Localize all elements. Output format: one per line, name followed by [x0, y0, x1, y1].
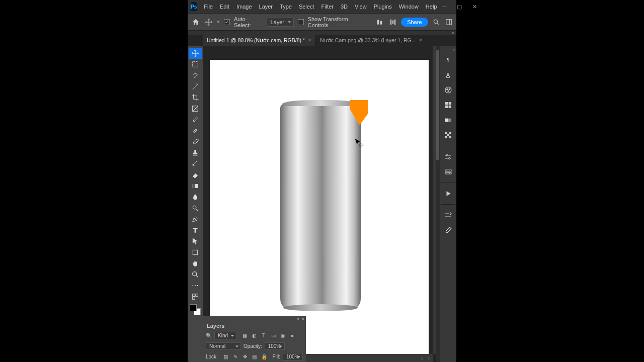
auto-select-checkbox[interactable] — [224, 19, 230, 25]
wand-tool[interactable] — [189, 81, 202, 92]
filter-pixel-icon[interactable]: ▦ — [241, 332, 248, 339]
brush-settings-panel-icon[interactable] — [442, 224, 454, 236]
svg-point-18 — [445, 87, 451, 93]
menu-type[interactable]: Type — [277, 2, 295, 11]
play-panel-icon[interactable] — [442, 188, 454, 200]
rpanel-collapse-icon[interactable]: « — [440, 48, 456, 51]
filter-toggle-icon[interactable]: ● — [289, 332, 296, 339]
menu-3d[interactable]: 3D — [338, 2, 351, 11]
svg-rect-27 — [445, 119, 448, 122]
crop-tool[interactable] — [189, 92, 202, 103]
menu-filter[interactable]: Filter — [318, 2, 336, 11]
gradient-tool[interactable] — [189, 180, 202, 192]
svg-point-33 — [446, 155, 448, 156]
svg-rect-15 — [193, 294, 195, 297]
distribute-icon[interactable] — [388, 18, 397, 27]
home-button[interactable] — [191, 17, 200, 27]
layer-filter-kind[interactable]: Kind — [214, 332, 236, 339]
lock-nest-icon[interactable]: ▤ — [251, 353, 258, 360]
fill-value[interactable]: 100% — [283, 353, 303, 360]
align-icon[interactable] — [376, 18, 384, 27]
search-icon[interactable] — [432, 18, 441, 27]
gradients-panel-icon[interactable] — [442, 114, 454, 126]
doctab-2[interactable]: Nước Cam.png @ 33.3% (Layer 1, RG... × — [316, 35, 427, 46]
right-panel-scrollbar[interactable] — [436, 46, 440, 362]
zoom-tool[interactable] — [189, 269, 202, 280]
patterns-panel-icon[interactable] — [442, 129, 454, 141]
menu-plugins[interactable]: Plugins — [371, 2, 395, 11]
color-panel-icon[interactable] — [442, 84, 454, 96]
path-tool[interactable] — [189, 236, 202, 247]
menu-layer[interactable]: Layer — [256, 2, 276, 11]
swatches-panel-icon[interactable] — [442, 99, 454, 111]
marquee-tool[interactable] — [189, 59, 202, 70]
frame-tool[interactable] — [189, 103, 202, 114]
edit-toolbar-icon[interactable] — [189, 291, 202, 302]
svg-point-19 — [446, 88, 447, 89]
blur-tool[interactable] — [189, 192, 202, 203]
share-button[interactable]: Share — [401, 18, 428, 27]
svg-rect-29 — [447, 134, 449, 136]
eyedropper-tool[interactable] — [189, 114, 202, 125]
menu-help[interactable]: Help — [423, 2, 440, 11]
blend-mode-select[interactable]: Normal — [206, 342, 241, 350]
maximize-button[interactable]: ▢ — [455, 3, 464, 10]
filter-shape-icon[interactable]: ▭ — [270, 332, 277, 339]
menu-file[interactable]: File — [201, 2, 216, 11]
doctab-1-label: Untitled-1 @ 80.8% (Nước cam, RGB/8) * — [207, 37, 305, 43]
character-panel-icon[interactable]: A — [442, 69, 454, 81]
move-tool[interactable] — [189, 48, 202, 59]
history-brush-tool[interactable] — [189, 158, 202, 169]
lock-move-icon[interactable]: ✥ — [242, 353, 249, 360]
eraser-tool[interactable] — [189, 169, 202, 180]
minimize-button[interactable]: ─ — [440, 3, 449, 10]
svg-rect-30 — [449, 136, 451, 138]
opacity-value[interactable]: 100% — [265, 342, 285, 350]
libraries-panel-icon[interactable] — [442, 209, 454, 221]
panel-close-icon[interactable]: × — [301, 316, 304, 321]
dodge-tool[interactable] — [189, 203, 202, 214]
paragraph-panel-icon[interactable]: ¶ — [442, 54, 454, 66]
stamp-tool[interactable] — [189, 147, 202, 158]
select-mode-dropdown[interactable]: Layer — [267, 18, 294, 27]
brush-tool[interactable] — [189, 136, 202, 147]
layers-panel-title[interactable]: Layers — [203, 321, 306, 330]
svg-rect-11 — [193, 184, 195, 188]
lock-brush-icon[interactable]: ✎ — [232, 353, 239, 360]
more-tools-icon[interactable]: ⋯ — [189, 280, 202, 291]
workspace-icon[interactable] — [445, 18, 453, 27]
color-swatches[interactable] — [190, 304, 201, 315]
menu-view[interactable]: View — [352, 2, 370, 11]
doctab-2-close-icon[interactable]: × — [419, 37, 422, 44]
doctab-1-close-icon[interactable]: × — [308, 37, 311, 44]
filter-adjust-icon[interactable]: ◐ — [251, 332, 258, 339]
filter-type-icon[interactable]: T — [260, 332, 267, 339]
doctab-2-label: Nước Cam.png @ 33.3% (Layer 1, RG... — [320, 37, 416, 43]
hand-tool[interactable] — [189, 258, 202, 269]
close-button[interactable]: ✕ — [470, 3, 479, 10]
adjustments-panel-icon[interactable] — [442, 151, 454, 163]
can-image — [280, 100, 361, 311]
menu-select[interactable]: Select — [296, 2, 317, 11]
shape-tool[interactable] — [189, 247, 202, 258]
svg-rect-16 — [196, 294, 198, 297]
properties-panel-icon[interactable] — [442, 166, 454, 178]
filter-smart-icon[interactable]: ▣ — [279, 332, 286, 339]
expand-panels-icon[interactable]: » — [452, 31, 454, 35]
pen-tool[interactable] — [189, 214, 202, 225]
type-tool[interactable] — [189, 225, 202, 236]
lock-trans-icon[interactable]: ▨ — [222, 353, 229, 360]
fg-color-swatch[interactable] — [190, 304, 197, 311]
lock-all-icon[interactable]: 🔒 — [261, 353, 268, 360]
menu-image[interactable]: Image — [233, 2, 255, 11]
show-transform-checkbox[interactable] — [298, 19, 304, 25]
doctab-1[interactable]: Untitled-1 @ 80.8% (Nước cam, RGB/8) * × — [203, 35, 316, 46]
menu-edit[interactable]: Edit — [217, 2, 232, 11]
lasso-tool[interactable] — [189, 70, 202, 81]
menu-window[interactable]: Window — [396, 2, 422, 11]
svg-rect-0 — [377, 20, 379, 24]
healing-tool[interactable] — [189, 125, 202, 136]
move-tool-icon[interactable] — [204, 18, 213, 27]
svg-rect-17 — [193, 297, 195, 300]
panel-collapse-icon[interactable]: « — [297, 316, 300, 321]
